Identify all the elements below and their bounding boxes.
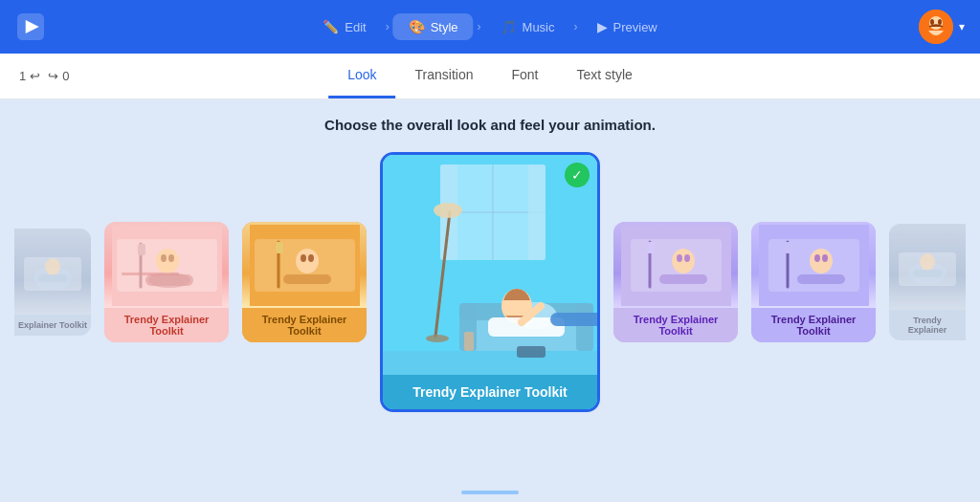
card-explainer-grey2-partial[interactable]: Trendy Explainer <box>889 224 966 340</box>
card-explainer-lavender[interactable]: Trendy Explainer Toolkit <box>751 222 876 342</box>
svg-point-36 <box>426 335 449 342</box>
selected-check-badge: ✓ <box>565 163 590 187</box>
nav-step-preview[interactable]: ▶ Preview <box>582 13 673 40</box>
svg-point-35 <box>434 203 462 218</box>
avatar-chevron-icon[interactable]: ▾ <box>959 20 965 33</box>
redo-count: 0 <box>62 69 69 83</box>
svg-rect-68 <box>913 270 942 277</box>
svg-point-15 <box>168 254 174 262</box>
style-icon: 🎨 <box>409 19 425 34</box>
svg-point-5 <box>938 19 942 25</box>
svg-point-63 <box>822 254 828 262</box>
svg-rect-64 <box>797 274 845 284</box>
card-pink-label: Trendy Explainer Toolkit <box>104 308 229 342</box>
svg-rect-19 <box>138 244 145 255</box>
tab-look[interactable]: Look <box>328 54 395 98</box>
page-title: Choose the overall look and feel your an… <box>324 117 656 133</box>
svg-rect-40 <box>576 303 593 351</box>
svg-rect-46 <box>464 332 474 351</box>
sub-nav-tabs: Look Transition Font Text style <box>328 54 652 98</box>
nav-steps: ✏️ Edit › 🎨 Style › 🎵 Music › ▶ Preview <box>307 13 673 40</box>
svg-point-4 <box>930 19 934 25</box>
svg-point-24 <box>296 249 319 273</box>
svg-rect-60 <box>785 242 792 253</box>
svg-point-25 <box>301 254 306 262</box>
svg-point-55 <box>684 254 690 262</box>
card-carousel: Explainer Toolkit Trendy Explainer T <box>0 152 980 412</box>
svg-point-26 <box>308 254 314 262</box>
avatar[interactable] <box>919 10 953 44</box>
nav-step-style-label: Style <box>431 20 458 34</box>
nav-arrow-3: › <box>574 20 578 33</box>
svg-rect-23 <box>276 242 283 253</box>
nav-step-edit[interactable]: ✏️ Edit <box>307 13 381 40</box>
undo-icon: ↩ <box>30 69 40 83</box>
svg-rect-44 <box>550 313 597 326</box>
svg-rect-9 <box>38 274 67 282</box>
svg-point-67 <box>920 253 935 271</box>
card-explainer-purple[interactable]: Trendy Explainer Toolkit <box>613 222 738 342</box>
history-controls: 1 ↩ ↪ 0 <box>19 69 69 83</box>
svg-point-61 <box>810 249 833 273</box>
svg-point-54 <box>677 254 682 262</box>
card-explainer-grey-partial[interactable]: Explainer Toolkit <box>14 229 91 336</box>
redo-icon: ↪ <box>48 69 58 83</box>
preview-icon: ▶ <box>597 19 608 34</box>
tab-transition[interactable]: Transition <box>396 54 493 98</box>
card-explainer-blue-selected[interactable]: ✓ <box>380 152 600 412</box>
sub-nav: 1 ↩ ↪ 0 Look Transition Font Text style <box>0 54 980 99</box>
nav-step-style[interactable]: 🎨 Style <box>393 13 474 40</box>
logo[interactable] <box>15 11 46 42</box>
svg-point-14 <box>161 254 167 262</box>
nav-arrow-1: › <box>386 20 390 33</box>
svg-rect-52 <box>647 242 655 253</box>
svg-point-53 <box>672 249 695 273</box>
scroll-indicator <box>461 491 519 494</box>
card-grey2-label: Trendy Explainer <box>889 310 966 340</box>
svg-rect-48 <box>517 346 546 358</box>
nav-step-edit-label: Edit <box>345 20 366 34</box>
svg-point-62 <box>814 254 820 262</box>
nav-step-music-label: Music <box>523 20 555 34</box>
card-orange-label: Trendy Explainer Toolkit <box>242 308 367 342</box>
nav-step-preview-label: Preview <box>613 20 657 34</box>
tab-text-style[interactable]: Text style <box>557 54 651 98</box>
card-blue-label: Trendy Explainer Toolkit <box>383 375 597 409</box>
main-content: Choose the overall look and feel your an… <box>0 99 980 502</box>
svg-rect-33 <box>528 164 546 260</box>
music-icon: 🎵 <box>501 19 517 34</box>
undo-count: 1 <box>19 69 26 83</box>
card-explainer-pink[interactable]: Trendy Explainer Toolkit <box>104 222 229 342</box>
nav-step-music[interactable]: 🎵 Music <box>485 13 570 40</box>
nav-arrow-2: › <box>478 20 481 33</box>
svg-rect-56 <box>659 274 707 284</box>
tab-font[interactable]: Font <box>492 54 557 98</box>
svg-point-13 <box>156 249 179 273</box>
top-nav: ✏️ Edit › 🎨 Style › 🎵 Music › ▶ Preview <box>0 0 980 54</box>
svg-rect-47 <box>383 351 597 375</box>
avatar-area: ▾ <box>919 10 965 44</box>
svg-rect-27 <box>283 274 331 284</box>
edit-icon: ✏️ <box>323 19 339 34</box>
undo-button[interactable]: 1 ↩ <box>19 69 40 83</box>
card-explainer-orange[interactable]: Trendy Explainer Toolkit <box>242 222 367 342</box>
svg-point-17 <box>148 273 190 288</box>
redo-button[interactable]: ↪ 0 <box>48 69 69 83</box>
card-lavender-label: Trendy Explainer Toolkit <box>751 308 876 342</box>
svg-point-8 <box>45 258 60 275</box>
card-purple-label: Trendy Explainer Toolkit <box>613 308 738 342</box>
